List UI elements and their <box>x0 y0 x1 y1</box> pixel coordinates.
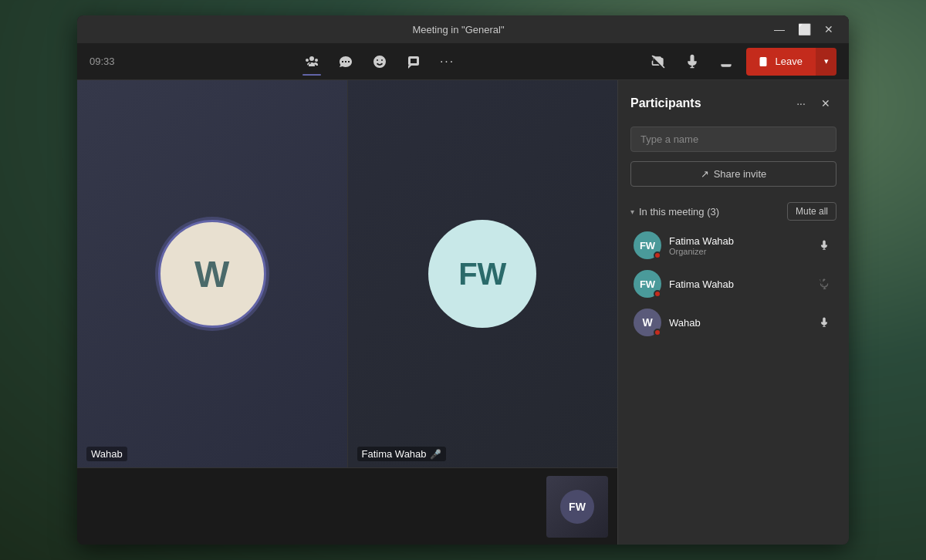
video-cell-wahab: W Wahab <box>77 80 348 467</box>
participant-avatar: FW <box>634 270 661 298</box>
avatar-fatima: FW <box>428 220 536 328</box>
leave-button[interactable]: Leave <box>746 48 815 76</box>
participants-panel: Participants ··· ✕ ↗ Share invite ▾ In t… <box>617 80 849 545</box>
participant-info: Fatima Wahab <box>669 278 807 290</box>
participant-name: Fatima Wahab <box>669 235 807 247</box>
panel-more-button[interactable]: ··· <box>790 93 812 114</box>
participant-status-dot <box>654 251 661 259</box>
toolbar-center-buttons: ··· <box>298 48 461 76</box>
participant-name: Wahab <box>669 317 807 329</box>
small-avatar-fw: FW <box>560 490 594 524</box>
more-options-button[interactable]: ··· <box>434 48 461 76</box>
search-container <box>618 120 849 158</box>
share-tray-button[interactable] <box>712 48 740 76</box>
in-meeting-section: ▾ In this meeting (3) Mute all FW Fatima… <box>618 196 849 347</box>
video-label-fatima: Fatima Wahab 🎤 <box>357 447 446 461</box>
meeting-time: 09:33 <box>90 56 115 67</box>
participant-list: FW Fatima Wahab Organizer <box>630 227 836 341</box>
panel-close-button[interactable]: ✕ <box>815 93 836 114</box>
participant-item[interactable]: W Wahab <box>630 304 836 341</box>
in-meeting-label: ▾ In this meeting (3) <box>630 206 719 218</box>
participant-status-dot <box>654 329 661 336</box>
close-button[interactable]: ✕ <box>818 19 840 40</box>
meeting-toolbar: 09:33 <box>77 43 849 80</box>
chat-tab-button[interactable] <box>332 48 360 76</box>
mic-icon-label: 🎤 <box>430 449 441 460</box>
toolbar-right-buttons: Leave ▾ <box>644 48 836 76</box>
meeting-section-header: ▾ In this meeting (3) Mute all <box>630 202 836 221</box>
participant-mic-icon <box>815 240 833 251</box>
leave-dropdown-button[interactable]: ▾ <box>815 48 836 76</box>
participant-item[interactable]: FW Fatima Wahab <box>630 265 836 302</box>
participant-mic-icon <box>815 317 833 328</box>
video-cell-fatima: FW Fatima Wahab 🎤 <box>348 80 618 467</box>
participant-avatar: W <box>634 309 661 336</box>
panel-title: Participants <box>630 96 701 110</box>
share-invite-button[interactable]: ↗ Share invite <box>630 161 836 187</box>
titlebar: Meeting in "General" — ⬜ ✕ <box>77 15 849 43</box>
video-strip: FW <box>77 467 617 545</box>
participant-item[interactable]: FW Fatima Wahab Organizer <box>630 227 836 264</box>
participant-status-dot <box>654 290 661 298</box>
participant-avatar: FW <box>634 231 661 259</box>
maximize-button[interactable]: ⬜ <box>793 19 815 40</box>
mute-all-button[interactable]: Mute all <box>787 202 836 221</box>
share-screen-button[interactable] <box>400 48 428 76</box>
mic-toggle-button[interactable] <box>678 48 706 76</box>
participant-info: Wahab <box>669 317 807 329</box>
participant-mic-muted-icon <box>815 278 833 289</box>
video-grid: W Wahab FW Fatima Wahab 🎤 <box>77 80 617 467</box>
minimize-button[interactable]: — <box>769 19 790 40</box>
participants-tab-button[interactable] <box>298 48 326 76</box>
participant-name: Fatima Wahab <box>669 278 807 290</box>
window-title: Meeting in "General" <box>148 24 769 35</box>
window-controls: — ⬜ ✕ <box>769 19 840 40</box>
participant-info: Fatima Wahab Organizer <box>669 235 807 256</box>
camera-toggle-button[interactable] <box>644 48 672 76</box>
participant-search-input[interactable] <box>630 127 836 152</box>
panel-header: Participants ··· ✕ <box>618 80 849 120</box>
video-area: W Wahab FW Fatima Wahab 🎤 <box>77 80 617 545</box>
participant-role: Organizer <box>669 247 807 256</box>
panel-header-buttons: ··· ✕ <box>790 93 836 114</box>
meeting-content: W Wahab FW Fatima Wahab 🎤 <box>77 80 849 545</box>
small-video-tile: FW <box>546 476 608 538</box>
video-label-wahab: Wahab <box>86 447 127 461</box>
avatar-wahab: W <box>158 220 266 328</box>
section-chevron-icon: ▾ <box>630 207 634 216</box>
share-icon: ↗ <box>701 168 709 180</box>
reactions-tab-button[interactable] <box>366 48 394 76</box>
leave-button-group: Leave ▾ <box>746 48 836 76</box>
meeting-window: Meeting in "General" — ⬜ ✕ 09:33 <box>77 15 849 545</box>
